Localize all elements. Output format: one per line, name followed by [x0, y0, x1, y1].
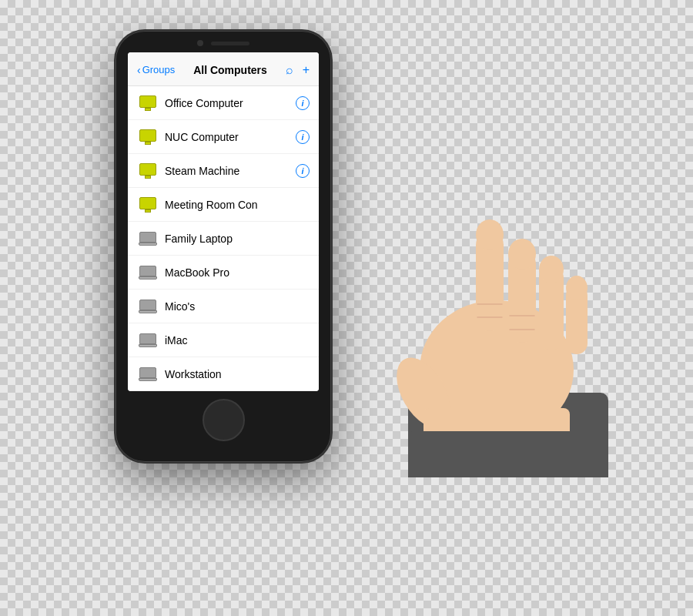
info-icon[interactable]: i — [296, 130, 310, 144]
nav-title: All Computers — [175, 64, 285, 76]
computer-name: Office Computer — [165, 97, 296, 109]
computer-name: Mico's — [165, 300, 310, 313]
laptop-icon — [137, 230, 159, 247]
computer-name: NUC Computer — [165, 131, 296, 143]
svg-rect-15 — [408, 431, 608, 477]
nav-bar: ‹ Groups All Computers ⌕ + — [128, 52, 319, 86]
list-item[interactable]: Meeting Room Con — [128, 188, 319, 222]
scene: ‹ Groups All Computers ⌕ + — [77, 15, 616, 601]
computer-name: Family Laptop — [165, 233, 310, 245]
search-icon[interactable]: ⌕ — [286, 63, 293, 77]
hand-illustration — [377, 108, 639, 477]
info-icon[interactable]: i — [296, 164, 310, 178]
add-icon[interactable]: + — [303, 63, 310, 77]
phone-camera — [197, 40, 203, 46]
computer-name: Meeting Room Con — [165, 199, 310, 211]
list-item[interactable]: Office Computer i — [128, 86, 319, 120]
desktop-icon — [137, 162, 159, 179]
computer-name: iMac — [165, 334, 310, 346]
computer-name: MacBook Pro — [165, 266, 310, 279]
phone-speaker — [211, 42, 249, 45]
list-item[interactable]: Mico's — [128, 290, 319, 323]
computer-name: Workstation — [165, 368, 310, 380]
info-icon[interactable]: i — [296, 96, 310, 110]
desktop-icon — [137, 196, 159, 213]
computer-list: Office Computer i NUC Computer i — [128, 86, 319, 391]
svg-point-7 — [508, 239, 536, 270]
chevron-left-icon: ‹ — [137, 64, 141, 76]
laptop-icon — [137, 332, 159, 349]
hand-svg — [377, 108, 639, 477]
back-label: Groups — [142, 64, 176, 75]
svg-point-9 — [539, 256, 564, 283]
phone-top — [120, 40, 326, 46]
phone-screen: ‹ Groups All Computers ⌕ + — [128, 52, 319, 391]
list-item[interactable]: NUC Computer i — [128, 120, 319, 154]
laptop-icon — [137, 264, 159, 281]
list-item[interactable]: Workstation — [128, 357, 319, 391]
list-item[interactable]: iMac — [128, 323, 319, 357]
computer-name: Steam Machine — [165, 165, 296, 177]
laptop-icon — [137, 298, 159, 315]
desktop-icon — [137, 95, 159, 112]
laptop-icon — [137, 366, 159, 383]
svg-point-11 — [566, 276, 588, 300]
list-item[interactable]: Family Laptop — [128, 222, 319, 256]
nav-actions: ⌕ + — [286, 63, 310, 77]
home-button[interactable] — [203, 399, 245, 441]
list-item[interactable]: Steam Machine i — [128, 154, 319, 188]
phone: ‹ Groups All Computers ⌕ + — [116, 31, 331, 462]
back-button[interactable]: ‹ Groups — [137, 64, 175, 76]
list-item[interactable]: MacBook Pro — [128, 256, 319, 290]
svg-point-5 — [476, 219, 504, 250]
desktop-icon — [137, 129, 159, 146]
